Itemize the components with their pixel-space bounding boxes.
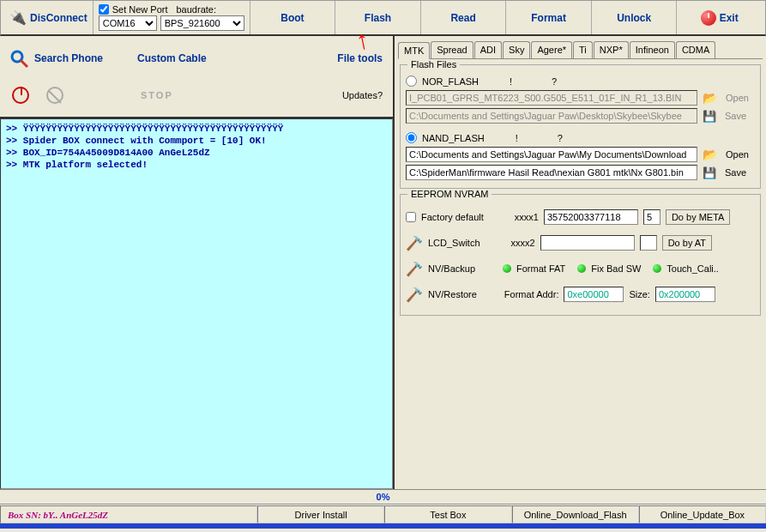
led-icon	[503, 264, 511, 273]
format-addr-input[interactable]	[564, 287, 624, 302]
fix-bad-sw-button[interactable]: Fix Bad SW	[591, 263, 641, 274]
tab-mtk[interactable]: MTK	[398, 42, 430, 59]
com-select[interactable]: COM16	[99, 15, 157, 31]
nor-path2-input	[406, 108, 697, 124]
xxxx1-label: xxxx1	[515, 212, 539, 222]
tab-nxp[interactable]: NXP*	[594, 41, 629, 58]
xxxx1-input[interactable]	[544, 209, 638, 225]
custom-cable-button[interactable]: Custom Cable	[137, 52, 207, 64]
disconnect-button[interactable]: 🔌 DisConnect	[4, 1, 93, 34]
set-port-checkbox[interactable]	[99, 4, 109, 15]
flash-button[interactable]: Flash	[335, 1, 421, 34]
factory-default-checkbox[interactable]	[406, 212, 416, 222]
nand-save-button[interactable]: Save	[721, 166, 750, 178]
format-button[interactable]: Format	[506, 1, 592, 34]
hammer-icon: 🔨	[406, 235, 423, 251]
do-by-meta-button[interactable]: Do by META	[666, 209, 731, 225]
log-area: >> ŸŸŸŸŸŸŸŸŸŸŸŸŸŸŸŸŸŸŸŸŸŸŸŸŸŸŸŸŸŸŸŸŸŸŸŸŸ…	[0, 118, 393, 489]
nv-backup-button[interactable]: NV/Backup	[428, 263, 475, 274]
xxxx2-input[interactable]	[540, 235, 635, 251]
nand-open-button[interactable]: Open	[722, 148, 752, 160]
progress-value: 0%	[377, 492, 390, 502]
format-addr-label: Format Addr:	[504, 289, 559, 299]
size-input[interactable]	[655, 287, 715, 302]
box-sn-status: Box SN: bY.. AnGeL25dZ	[0, 505, 257, 523]
nv-restore-button[interactable]: NV/Restore	[428, 289, 477, 299]
baudrate-label: baudrate:	[177, 4, 216, 15]
led-icon	[577, 264, 586, 273]
port-group: Set New Port baudrate: COM16 BPS_921600	[93, 1, 250, 34]
xxxx2-extra-input[interactable]	[640, 235, 657, 251]
flash-files-title: Flash Files	[407, 59, 460, 70]
nor-open-button: Open	[722, 92, 752, 104]
folder-icon[interactable]: 📂	[703, 148, 717, 161]
read-button[interactable]: Read	[421, 1, 507, 34]
xxxx1-extra-input[interactable]	[643, 209, 660, 225]
xxxx2-label: xxxx2	[511, 238, 535, 248]
boot-button[interactable]: Boot	[250, 1, 336, 34]
touch-cali-button[interactable]: Touch_Cali..	[666, 263, 719, 274]
nor-flash-label: NOR_FLASH	[422, 76, 479, 87]
tab-cdma[interactable]: CDMA	[676, 41, 715, 58]
tab-spread[interactable]: Spread	[431, 41, 473, 58]
led-icon	[653, 264, 661, 273]
tab-sky[interactable]: Sky	[503, 41, 530, 58]
online-update-button[interactable]: Online_Update_Box	[639, 505, 766, 523]
flash-files-group: Flash Files NOR_FLASH ! ? 📂 Open 💾 Save …	[400, 64, 761, 189]
size-label: Size:	[629, 289, 649, 299]
nor-path1-input	[406, 90, 697, 106]
updates-link[interactable]: Updates?	[342, 90, 383, 100]
online-download-button[interactable]: Online_Download_Flash	[512, 505, 639, 523]
nand-path2-input[interactable]	[406, 165, 697, 180]
plug-icon: 🔌	[9, 9, 27, 26]
hammer-icon: 🔨	[406, 287, 423, 303]
eeprom-group: EEPROM NVRAM Factory default xxxx1 Do by…	[400, 194, 761, 316]
nor-flash-radio[interactable]	[406, 76, 417, 87]
tab-ti[interactable]: Ti	[573, 41, 593, 58]
tab-adi[interactable]: ADI	[474, 41, 502, 58]
do-by-at-button[interactable]: Do by AT	[662, 235, 712, 251]
exit-button[interactable]: Exit	[677, 1, 762, 34]
nand-path1-input[interactable]	[406, 147, 697, 162]
file-tools-button[interactable]: File tools	[337, 52, 383, 64]
no-icon[interactable]	[46, 87, 63, 104]
nor-save-button: Save	[721, 110, 750, 122]
test-box-button[interactable]: Test Box	[384, 505, 511, 523]
power-small-icon[interactable]	[12, 87, 29, 104]
set-port-label: Set New Port	[112, 4, 168, 15]
lcd-switch-button[interactable]: LCD_Switch	[428, 238, 480, 248]
svg-line-1	[21, 60, 27, 67]
unlock-button[interactable]: Unlock	[592, 1, 678, 34]
platform-tabs: MTK Spread ADI Sky Agere* Ti NXP* Infine…	[398, 41, 763, 59]
search-icon	[9, 48, 29, 69]
progress-bar: 0%	[0, 489, 766, 505]
save-icon: 💾	[703, 110, 716, 123]
baud-select[interactable]: BPS_921600	[160, 15, 244, 31]
hammer-icon: 🔨	[406, 261, 423, 277]
tab-infineon[interactable]: Infineon	[630, 41, 675, 58]
nand-flash-label: NAND_FLASH	[422, 133, 485, 143]
stop-button[interactable]: STOP	[141, 90, 173, 100]
factory-default-label: Factory default	[421, 212, 484, 222]
disconnect-label: DisConnect	[30, 12, 87, 24]
power-icon	[701, 10, 716, 26]
folder-icon: 📂	[703, 91, 717, 105]
eeprom-title: EEPROM NVRAM	[407, 189, 492, 199]
save-icon[interactable]: 💾	[703, 166, 716, 179]
nand-flash-radio[interactable]	[406, 132, 417, 143]
format-fat-button[interactable]: Format FAT	[516, 263, 565, 274]
search-phone-button[interactable]: Search Phone	[9, 48, 103, 69]
tab-agere[interactable]: Agere*	[531, 41, 572, 58]
driver-install-button[interactable]: Driver Install	[257, 505, 384, 523]
